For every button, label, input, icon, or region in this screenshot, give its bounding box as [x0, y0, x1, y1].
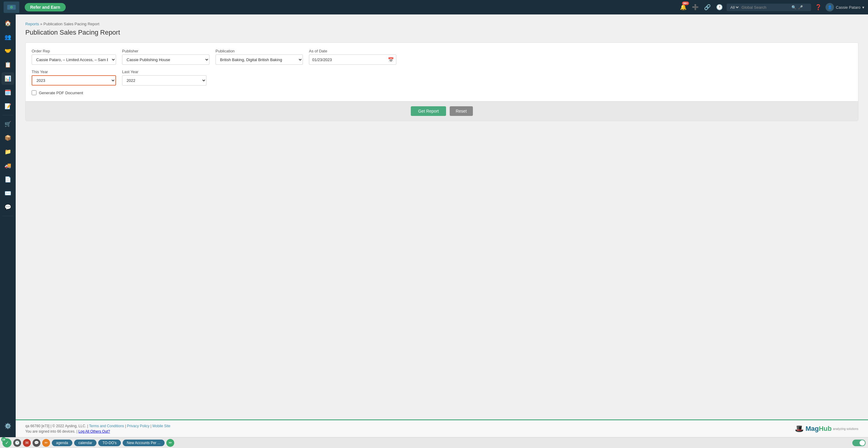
- publication-label: Publication: [216, 49, 303, 53]
- taskbar-count: 19: [1, 437, 6, 442]
- reset-button[interactable]: Reset: [450, 106, 473, 116]
- publisher-label: Publisher: [122, 49, 210, 53]
- footer-row: qa 66780 [e73] | © 2022 Aysling, LLC. | …: [25, 424, 858, 434]
- microphone-icon[interactable]: 🎤: [798, 5, 803, 10]
- page-footer: qa 66780 [e73] | © 2022 Aysling, LLC. | …: [16, 419, 868, 437]
- breadcrumb-reports-link[interactable]: Reports: [25, 22, 39, 26]
- form-footer: Get Report Reset: [26, 101, 858, 121]
- order-rep-select[interactable]: Cassie Pataro, – Limited Access, – Sam B…: [32, 55, 116, 65]
- generate-pdf-checkbox[interactable]: [32, 90, 36, 95]
- asofdate-input[interactable]: [309, 55, 396, 65]
- taskbar-new-accounts-button[interactable]: New Accounts Per ...: [123, 440, 164, 446]
- sidebar-item-orders[interactable]: 📝: [1, 100, 14, 113]
- user-dropdown-icon: ▾: [862, 5, 864, 10]
- sidebar-item-deals[interactable]: 🤝: [1, 44, 14, 57]
- taskbar-chat-icon[interactable]: 💬: [33, 439, 40, 447]
- user-menu[interactable]: 👤 Cassie Pataro ▾: [826, 3, 864, 11]
- sidebar-item-contacts[interactable]: 👥: [1, 31, 14, 43]
- lastyear-select[interactable]: 2022 2021 2020 2019: [122, 75, 207, 85]
- svg-point-2: [10, 6, 13, 9]
- form-body: Order Rep Cassie Pataro, – Limited Acces…: [26, 43, 858, 101]
- thisyear-group: This Year 2023 2022 2021 2020: [32, 70, 116, 85]
- top-navigation: Refer and Earn 🔔 99+ ➕ 🔗 🕐 All 🔍 🎤 ❓ 👤 C…: [0, 0, 868, 14]
- help-button[interactable]: ❓: [813, 2, 823, 12]
- footer-qa-info: qa 66780 [e73] | © 2022 Aysling, LLC. |: [25, 424, 88, 428]
- taskbar-email-icon[interactable]: ✉: [23, 439, 31, 447]
- taskbar-clock-icon[interactable]: 🕐: [13, 439, 21, 447]
- taskbar: ✓ 19 🕐 ✉ 💬 ✏ agenda calendar TO-DO's New…: [0, 437, 868, 448]
- add-button[interactable]: ➕: [690, 2, 700, 12]
- generate-pdf-row: Generate PDF Document: [32, 90, 852, 95]
- asofdate-label: As of Date: [309, 49, 396, 53]
- taskbar-right: [852, 440, 866, 446]
- footer-signed-in: You are signed into 66 devices. | Log Al…: [25, 429, 170, 434]
- clock-button[interactable]: 🕐: [715, 2, 724, 12]
- sidebar-item-documents[interactable]: 📄: [1, 173, 14, 186]
- thisyear-label: This Year: [32, 70, 116, 74]
- maghub-logo: MagHub: [806, 425, 832, 433]
- mobile-site-link[interactable]: Mobile Site: [153, 424, 170, 428]
- taskbar-todo-button[interactable]: TO-DO's: [98, 440, 121, 446]
- sidebar: 🏠 👥 🤝 📋 📊 🗓️ 📝 🛒 📦 📁 🚚 📄 ✉️ 💬 ⚙️: [0, 14, 16, 437]
- get-report-button[interactable]: Get Report: [411, 106, 446, 116]
- sidebar-item-settings[interactable]: ⚙️: [1, 420, 14, 432]
- privacy-policy-link[interactable]: Privacy Policy: [127, 424, 150, 428]
- sidebar-item-products[interactable]: 📦: [1, 132, 14, 144]
- order-rep-label: Order Rep: [32, 49, 116, 53]
- thisyear-select[interactable]: 2023 2022 2021 2020: [32, 75, 116, 85]
- user-name: Cassie Pataro: [836, 5, 861, 10]
- log-out-link[interactable]: Log All Others Out?: [79, 429, 110, 434]
- refer-earn-button[interactable]: Refer and Earn: [25, 3, 66, 11]
- terms-conditions-link[interactable]: Terms and Conditions: [89, 424, 124, 428]
- footer-brand: 🎩 MagHub analyzing solutions: [795, 424, 858, 433]
- page-title: Publication Sales Pacing Report: [25, 29, 858, 36]
- sidebar-item-tasks[interactable]: 📋: [1, 59, 14, 71]
- sidebar-divider-2: [2, 216, 13, 216]
- global-search-input[interactable]: [741, 5, 789, 10]
- search-icon[interactable]: 🔍: [792, 5, 796, 10]
- link-button[interactable]: 🔗: [703, 2, 712, 12]
- taskbar-status-circle[interactable]: ✓ 19: [2, 438, 11, 447]
- form-row-2: This Year 2023 2022 2021 2020 Last Year: [32, 70, 852, 85]
- breadcrumb: Reports » Publication Sales Pacing Repor…: [25, 22, 858, 26]
- sidebar-item-delivery[interactable]: 🚚: [1, 159, 14, 172]
- main-content: Reports » Publication Sales Pacing Repor…: [16, 14, 868, 437]
- signed-in-text: You are signed into 66 devices. |: [25, 429, 78, 434]
- sidebar-item-files[interactable]: 📁: [1, 145, 14, 158]
- calendar-icon[interactable]: 📅: [388, 57, 394, 63]
- taskbar-pencil-icon[interactable]: ✏: [166, 439, 174, 447]
- footer-left: qa 66780 [e73] | © 2022 Aysling, LLC. | …: [25, 424, 170, 434]
- sidebar-item-home[interactable]: 🏠: [1, 17, 14, 30]
- taskbar-toggle[interactable]: [852, 440, 866, 446]
- taskbar-edit-icon[interactable]: ✏: [42, 439, 50, 447]
- breadcrumb-separator: »: [40, 22, 43, 26]
- generate-pdf-label[interactable]: Generate PDF Document: [39, 91, 83, 95]
- notification-badge: 99+: [682, 1, 689, 5]
- search-scope-dropdown[interactable]: All: [729, 5, 740, 10]
- sidebar-item-shop[interactable]: 🛒: [1, 118, 14, 130]
- sidebar-item-chat[interactable]: 💬: [1, 201, 14, 213]
- taskbar-calendar-button[interactable]: calendar: [74, 440, 96, 446]
- global-search-container: All 🔍 🎤: [727, 4, 811, 11]
- order-rep-group: Order Rep Cassie Pataro, – Limited Acces…: [32, 49, 116, 65]
- form-row-1: Order Rep Cassie Pataro, – Limited Acces…: [32, 49, 852, 65]
- avatar: 👤: [826, 3, 834, 11]
- asofdate-group: As of Date 📅: [309, 49, 396, 65]
- page-layout: 🏠 👥 🤝 📋 📊 🗓️ 📝 🛒 📦 📁 🚚 📄 ✉️ 💬 ⚙️ Reports…: [0, 14, 868, 437]
- publication-group: Publication British Baking, Digital Brit…: [216, 49, 303, 65]
- report-form-card: Order Rep Cassie Pataro, – Limited Acces…: [25, 42, 858, 121]
- sidebar-item-email[interactable]: ✉️: [1, 187, 14, 200]
- breadcrumb-current: Publication Sales Pacing Report: [43, 22, 99, 26]
- publication-select[interactable]: British Baking, Digital British Baking: [216, 55, 303, 65]
- date-wrapper: 📅: [309, 55, 396, 65]
- sidebar-item-reports[interactable]: 📊: [1, 72, 14, 85]
- footer-links: qa 66780 [e73] | © 2022 Aysling, LLC. | …: [25, 424, 170, 428]
- publisher-select[interactable]: Cassie Publishing House: [122, 55, 210, 65]
- taskbar-agenda-button[interactable]: agenda: [52, 440, 72, 446]
- lastyear-label: Last Year: [122, 70, 207, 74]
- sidebar-item-calendar[interactable]: 🗓️: [1, 86, 14, 99]
- notifications-bell-button[interactable]: 🔔 99+: [678, 2, 688, 12]
- sidebar-divider-1: [2, 115, 13, 115]
- app-logo[interactable]: [4, 1, 19, 13]
- content-area: Reports » Publication Sales Pacing Repor…: [16, 14, 868, 419]
